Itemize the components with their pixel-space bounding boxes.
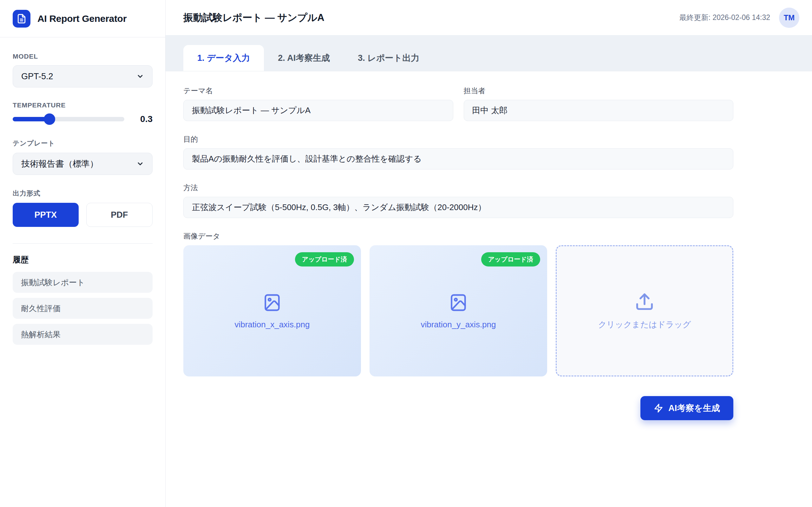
format-pptx-button[interactable]: PPTX <box>13 203 79 227</box>
uploaded-image-card-y-axis[interactable]: アップロード済 vibration_y_axis.png <box>369 245 547 377</box>
image-icon <box>448 292 468 313</box>
history-label: 履歴 <box>13 255 153 265</box>
app-title: AI Report Generator <box>38 13 126 24</box>
uploaded-filename: vibration_y_axis.png <box>420 320 496 330</box>
upload-icon <box>635 292 654 312</box>
generate-ai-analysis-button[interactable]: AI考察を生成 <box>641 396 733 420</box>
user-avatar[interactable]: TM <box>779 8 799 28</box>
temperature-value: 0.3 <box>140 114 153 124</box>
uploaded-badge: アップロード済 <box>481 252 540 267</box>
image-data-label: 画像データ <box>183 231 733 241</box>
method-input[interactable]: 正弦波スイープ試験（5-500Hz, 0.5G, 3軸）、ランダム振動試験（20… <box>183 197 733 218</box>
assignee-input[interactable]: 田中 太郎 <box>464 100 734 121</box>
template-select[interactable]: 技術報告書（標準） <box>13 153 153 175</box>
main-area: 振動試験レポート — サンプルA 最終更新: 2026-02-06 14:32 … <box>165 0 812 507</box>
chevron-down-icon <box>136 160 144 168</box>
tab-data-input[interactable]: 1. データ入力 <box>183 45 264 71</box>
uploaded-filename: vibration_x_axis.png <box>235 320 310 330</box>
theme-label: テーマ名 <box>183 86 453 96</box>
sidebar-divider <box>13 243 153 244</box>
tab-ai-analysis[interactable]: 2. AI考察生成 <box>264 45 344 71</box>
model-label: MODEL <box>13 53 153 60</box>
sidebar-header: AI Report Generator <box>0 0 165 38</box>
output-format-label: 出力形式 <box>13 189 153 198</box>
history-item-durability[interactable]: 耐久性評価 <box>13 298 153 319</box>
main-header: 振動試験レポート — サンプルA 最終更新: 2026-02-06 14:32 … <box>165 0 812 36</box>
format-pdf-button[interactable]: PDF <box>86 203 153 227</box>
history-item-thermal[interactable]: 熱解析結果 <box>13 324 153 345</box>
model-select-value: GPT-5.2 <box>21 72 53 81</box>
file-text-icon <box>16 14 27 24</box>
upload-dropzone[interactable]: クリックまたはドラッグ <box>556 245 733 377</box>
history-item-vibration-report[interactable]: 振動試験レポート <box>13 272 153 293</box>
generate-button-label: AI考察を生成 <box>668 402 720 414</box>
chevron-down-icon <box>136 72 144 80</box>
page-title: 振動試験レポート — サンプルA <box>183 11 324 24</box>
uploaded-image-card-x-axis[interactable]: アップロード済 vibration_x_axis.png <box>183 245 361 377</box>
temperature-label: TEMPERATURE <box>13 101 153 109</box>
template-label: テンプレート <box>13 139 153 148</box>
uploaded-badge: アップロード済 <box>295 252 354 267</box>
form-content: テーマ名 振動試験レポート — サンプルA 担当者 田中 太郎 目的 製品Aの振… <box>165 71 733 420</box>
theme-input[interactable]: 振動試験レポート — サンプルA <box>183 100 453 121</box>
last-updated-text: 最終更新: 2026-02-06 14:32 <box>679 13 770 22</box>
tab-strip: 1. データ入力 2. AI考察生成 3. レポート出力 <box>165 36 812 71</box>
app-logo <box>13 10 31 27</box>
sidebar: AI Report Generator MODEL GPT-5.2 TEMPER… <box>0 0 165 507</box>
image-icon <box>262 292 282 313</box>
assignee-label: 担当者 <box>464 86 734 96</box>
zap-icon <box>654 403 663 413</box>
dropzone-text: クリックまたはドラッグ <box>598 319 691 330</box>
temperature-slider[interactable] <box>13 117 124 121</box>
purpose-label: 目的 <box>183 134 733 144</box>
template-select-value: 技術報告書（標準） <box>21 158 98 170</box>
model-select[interactable]: GPT-5.2 <box>13 65 153 88</box>
temperature-slider-knob[interactable] <box>44 113 55 125</box>
method-label: 方法 <box>183 183 733 193</box>
purpose-input[interactable]: 製品Aの振動耐久性を評価し、設計基準との整合性を確認する <box>183 148 733 170</box>
tab-report-output[interactable]: 3. レポート出力 <box>344 45 433 71</box>
